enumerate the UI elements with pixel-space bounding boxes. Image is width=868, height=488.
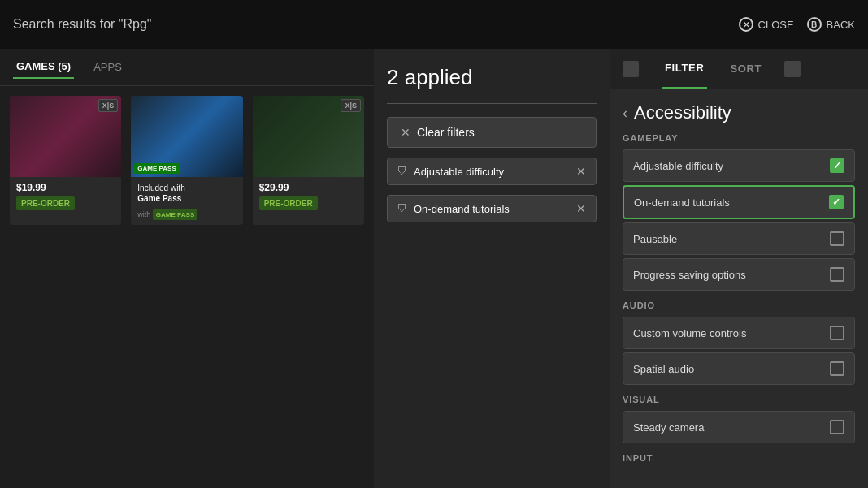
remove-filter-icon[interactable]: ✕	[576, 202, 586, 215]
game-pass-badge-inline: GAME PASS	[153, 209, 197, 220]
funnel-icon: ⛉	[397, 166, 407, 177]
input-group: INPUT	[623, 453, 855, 463]
option-progress-saving[interactable]: Progress saving options	[623, 258, 855, 291]
checkbox-spatial-audio[interactable]	[830, 361, 844, 376]
checkbox-on-demand-tutorials[interactable]	[829, 195, 844, 209]
game-thumbnail: X|S	[10, 96, 121, 177]
game-card[interactable]: GAME PASS Included with Game Pass with G…	[131, 96, 242, 225]
option-adjustable-difficulty[interactable]: Adjustable difficulty	[623, 149, 855, 182]
checkbox-pausable[interactable]	[830, 231, 844, 246]
games-grid: X|S $19.99 PRE-ORDER GAME PASS Included …	[0, 86, 374, 235]
close-circle-icon: ✕	[739, 17, 753, 32]
filter-tag-adjustable-difficulty[interactable]: ⛉ Adjustable difficulty ✕	[387, 158, 597, 185]
game-price: $19.99	[16, 182, 115, 193]
filter-sort-tabs: FILTER SORT	[610, 49, 868, 89]
game-pass-badge: GAME PASS	[134, 163, 179, 174]
visual-group: VISUAL Steady camera	[623, 395, 855, 443]
option-custom-volume[interactable]: Custom volume controls	[623, 317, 855, 349]
game-included-text: Included with	[137, 184, 236, 192]
accessibility-title-text: Accessibility	[634, 102, 731, 123]
checkbox-custom-volume[interactable]	[830, 326, 844, 340]
game-card[interactable]: X|S $19.99 PRE-ORDER	[10, 96, 121, 225]
filter-content: ‹ Accessibility GAMEPLAY Adjustable diff…	[610, 89, 868, 488]
game-badge-xs: X|S	[341, 99, 361, 112]
search-title: Search results for "Rpg"	[13, 17, 723, 32]
applied-title: 2 applied	[387, 65, 597, 90]
audio-section-title: AUDIO	[623, 300, 855, 310]
remove-filter-icon[interactable]: ✕	[576, 165, 586, 178]
checkbox-progress-saving[interactable]	[830, 267, 844, 282]
back-arrow-icon[interactable]: ‹	[623, 105, 627, 122]
accessibility-heading: ‹ Accessibility	[623, 102, 855, 123]
funnel-icon: ⛉	[397, 203, 407, 214]
game-badge-xs: X|S	[98, 99, 119, 112]
input-section-title: INPUT	[623, 453, 855, 463]
main-content: GAMES (5) APPS X|S $19.99 PRE-ORDER GAME	[0, 49, 868, 488]
checkbox-adjustable-difficulty[interactable]	[830, 158, 844, 173]
back-label: BACK	[827, 19, 855, 31]
option-on-demand-tutorials[interactable]: On-demand tutorials	[623, 185, 855, 219]
tab-apps[interactable]: APPS	[90, 56, 125, 78]
top-bar: Search results for "Rpg" ✕ CLOSE B BACK	[0, 0, 868, 49]
back-circle-icon: B	[807, 17, 822, 32]
left-panel: GAMES (5) APPS X|S $19.99 PRE-ORDER GAME	[0, 49, 374, 488]
game-info: $19.99 PRE-ORDER	[10, 177, 121, 215]
close-label: CLOSE	[758, 19, 794, 31]
tab-filter[interactable]: FILTER	[662, 49, 707, 89]
divider	[387, 103, 597, 104]
game-info: $29.99 PRE-ORDER	[253, 177, 364, 215]
game-card[interactable]: X|S $29.99 PRE-ORDER	[253, 96, 364, 225]
game-price: $29.99	[259, 182, 358, 193]
filter-tag-label: On-demand tutorials	[414, 203, 570, 215]
gameplay-group: GAMEPLAY Adjustable difficulty On-demand…	[623, 133, 855, 291]
sort-tab-icon	[784, 61, 801, 77]
game-info: Included with Game Pass with GAME PASS	[131, 177, 242, 225]
option-steady-camera[interactable]: Steady camera	[623, 411, 855, 443]
checkbox-steady-camera[interactable]	[830, 420, 844, 434]
game-thumbnail: GAME PASS	[131, 96, 242, 177]
option-pausable[interactable]: Pausable	[623, 222, 855, 255]
right-panel: FILTER SORT ‹ Accessibility GAMEPLAY Adj…	[610, 49, 868, 488]
filter-tag-on-demand-tutorials[interactable]: ⛉ On-demand tutorials ✕	[387, 195, 597, 222]
tab-games[interactable]: GAMES (5)	[13, 55, 74, 79]
game-pass-text: Game Pass	[137, 194, 236, 203]
close-button[interactable]: ✕ CLOSE	[739, 17, 794, 32]
back-button[interactable]: B BACK	[807, 17, 855, 32]
game-pass-with: with	[137, 210, 153, 218]
clear-filters-button[interactable]: ✕ Clear filters	[387, 117, 597, 148]
filter-tab-icon	[623, 61, 639, 77]
audio-group: AUDIO Custom volume controls Spatial aud…	[623, 300, 855, 385]
tab-sort[interactable]: SORT	[727, 49, 765, 89]
game-action: PRE-ORDER	[16, 196, 75, 210]
gameplay-section-title: GAMEPLAY	[623, 133, 855, 143]
middle-panel: 2 applied ✕ Clear filters ⛉ Adjustable d…	[374, 49, 610, 488]
game-action: PRE-ORDER	[259, 196, 318, 210]
filter-tag-label: Adjustable difficulty	[414, 166, 570, 178]
game-thumbnail: X|S	[253, 96, 364, 177]
option-spatial-audio[interactable]: Spatial audio	[623, 352, 855, 385]
top-controls: ✕ CLOSE B BACK	[739, 17, 855, 32]
clear-filters-label: Clear filters	[417, 126, 475, 139]
tabs-bar: GAMES (5) APPS	[0, 49, 374, 86]
clear-x-icon: ✕	[401, 126, 410, 139]
visual-section-title: VISUAL	[623, 395, 855, 404]
